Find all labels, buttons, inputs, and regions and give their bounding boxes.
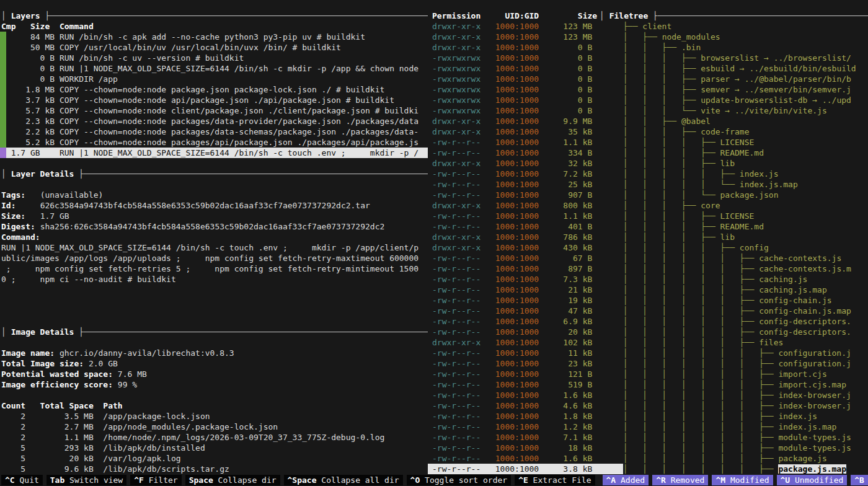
filetree-node[interactable]: index.js [740, 169, 779, 179]
layer-row[interactable]: 5.2 kB COPY --chown=node:node packages/a… [0, 137, 428, 148]
file-row[interactable]: drwxr-xr-x 1000:1000 800 kB│ │ │ ├── cor… [428, 200, 868, 211]
file-row[interactable]: -rw-r--r-- 1000:1000 25 kB│ │ │ │ │ └── … [428, 179, 868, 190]
filetree-node[interactable]: cache-contexts.js.m [759, 264, 851, 273]
filetree-node[interactable]: package.js.map [778, 464, 846, 474]
wasted-space-row[interactable]: 5 20 kB /var/log/apk.log [0, 453, 428, 464]
filetree-node[interactable]: lib [720, 232, 735, 242]
file-row[interactable]: -rw-r--r-- 1000:1000 7.2 kB│ │ │ │ │ ├──… [428, 169, 868, 179]
layer-row[interactable]: 0 B WORKDIR /app [0, 74, 428, 84]
filetree-node[interactable]: import.cjs [778, 369, 826, 379]
filetree-node[interactable]: esbuild → ../esbuild/bin/esbuild [701, 64, 856, 73]
file-row[interactable]: -rwxrwxrwx 1000:1000 0 B│ │ │ ├── browse… [428, 53, 868, 63]
file-row[interactable]: -rwxrwxrwx 1000:1000 0 B│ │ │ └── vite →… [428, 105, 868, 116]
file-row[interactable]: -rwxrwxrwx 1000:1000 0 B│ │ │ ├── semver… [428, 84, 868, 95]
file-row[interactable]: -rw-r--r-- 1000:1000 897 B│ │ │ │ │ │ ├─… [428, 263, 868, 274]
status-shortcut[interactable]: ^F Filter [130, 475, 181, 485]
file-row[interactable]: -rwxrwxrwx 1000:1000 0 B│ │ │ ├── esbuil… [428, 63, 868, 74]
file-row[interactable]: -rw-r--r-- 1000:1000 11 kB│ │ │ │ │ │ │ … [428, 348, 868, 358]
filetree-node[interactable]: config [740, 243, 769, 252]
file-row[interactable]: -rw-r--r-- 1000:1000 121 B│ │ │ │ │ │ │ … [428, 369, 868, 379]
file-row[interactable]: -rw-r--r-- 1000:1000 7.3 kB│ │ │ │ │ │ ├… [428, 274, 868, 285]
wasted-space-row[interactable]: 2 2.7 MB /app/node_modules/.package-lock… [0, 422, 428, 432]
filetree-node[interactable]: import.cjs.map [778, 380, 846, 389]
file-row[interactable]: -rw-r--r-- 1000:1000 1.2 kB│ │ │ │ │ │ │… [428, 422, 868, 432]
file-row[interactable]: -rw-r--r-- 1000:1000 18 kB│ │ │ │ │ │ │ … [428, 443, 868, 453]
file-row[interactable]: drwxr-xr-x 1000:1000 123 MB│ ├── node_mo… [428, 32, 868, 42]
wasted-space-row[interactable]: 2 1.1 MB /home/node/.npm/_logs/2026-03-0… [0, 432, 428, 443]
filetree-node[interactable]: README.md [720, 222, 764, 231]
filetree-node[interactable]: code-frame [701, 127, 749, 136]
filetree-node[interactable]: parser → ../@babel/parser/bin/b [701, 74, 851, 84]
filetree-node[interactable]: config-descriptors. [759, 317, 851, 326]
file-row[interactable]: -rw-r--r-- 1000:1000 7.1 kB│ │ │ │ │ │ │… [428, 432, 868, 443]
file-row[interactable]: -rw-r--r-- 1000:1000 4.6 kB│ │ │ │ │ │ │… [428, 400, 868, 411]
filetree-node[interactable]: LICENSE [720, 211, 755, 221]
file-row[interactable]: -rw-r--r-- 1000:1000 1.1 kB│ │ │ │ ├── L… [428, 211, 868, 221]
wasted-space-row[interactable]: 2 3.5 MB /app/package-lock.json [0, 411, 428, 422]
status-shortcut[interactable]: Space Collapse dir [185, 475, 280, 485]
status-shortcut[interactable]: ^R Removed [652, 475, 708, 485]
filetree-node[interactable]: module-types.js [778, 433, 851, 442]
filetree-node[interactable]: cache-contexts.js [759, 254, 841, 263]
file-row[interactable]: -rw-r--r-- 1000:1000 334 B│ │ │ │ ├── RE… [428, 148, 868, 158]
layer-row[interactable]: 84 MB RUN /bin/sh -c apk add --no-cache … [0, 32, 428, 42]
filetree-node[interactable]: .bin [681, 43, 701, 52]
filetree-node[interactable]: index-browser.j [778, 391, 851, 400]
file-row[interactable]: -rw-r--r-- 1000:1000 907 B│ │ │ │ └── pa… [428, 190, 868, 200]
file-row[interactable]: -rw-r--r-- 1000:1000 19 kB│ │ │ │ │ │ ├─… [428, 295, 868, 306]
file-row[interactable]: -rw-r--r-- 1000:1000 1.6 kB│ │ │ │ │ │ │… [428, 453, 868, 464]
file-row[interactable]: drwxr-xr-x 1000:1000 9.9 MB│ │ ├── @babe… [428, 116, 868, 126]
filetree-node[interactable]: @babel [681, 117, 711, 126]
status-shortcut[interactable]: ^O Toggle sort order [407, 475, 512, 485]
file-row[interactable]: -rw-r--r-- 1000:1000 23 kB│ │ │ │ │ │ │ … [428, 358, 868, 369]
status-shortcut[interactable]: ^U Unmodified [777, 475, 848, 485]
filetree-node[interactable]: node_modules [662, 32, 720, 42]
filetree-node[interactable]: package.json [720, 190, 779, 200]
filetree-node[interactable]: index-browser.j [778, 401, 851, 410]
status-shortcut[interactable]: ^C Quit [1, 475, 43, 485]
layer-row[interactable]: 2.2 kB COPY --chown=node:node packages/d… [0, 126, 428, 137]
layer-row[interactable]: 50 MB COPY /usr/local/bin/uv /usr/local/… [0, 42, 428, 53]
filetree-node[interactable]: LICENSE [720, 138, 755, 147]
filetree-node[interactable]: package.js [778, 454, 826, 463]
filetree-node[interactable]: core [701, 201, 720, 210]
filetree-node[interactable]: files [759, 338, 783, 347]
file-row[interactable]: -rw-r--r-- 1000:1000 519 B│ │ │ │ │ │ │ … [428, 379, 868, 390]
filetree-node[interactable]: config-chain.js [759, 296, 831, 305]
file-row[interactable]: drwxr-xr-x 1000:1000 102 kB│ │ │ │ │ │ ├… [428, 337, 868, 348]
filetree-node[interactable]: index.js.map [740, 180, 798, 189]
file-row[interactable]: -rw-r--r-- 1000:1000 21 kB│ │ │ │ │ │ ├─… [428, 285, 868, 295]
filetree-node[interactable]: configuration.j [778, 348, 851, 358]
file-row[interactable]: drwxr-xr-x 1000:1000 0 B│ │ ├── .bin [428, 42, 868, 53]
status-shortcut[interactable]: ^E Extract File [515, 475, 595, 485]
status-shortcut[interactable]: ^Space Collapse all dir [284, 475, 403, 485]
filetree-node[interactable]: README.md [720, 148, 764, 157]
file-row[interactable]: -rwxrwxrwx 1000:1000 0 B│ │ │ ├── update… [428, 95, 868, 105]
layer-row[interactable]: 0 B RUN |1 NODE_MAX_OLD_SPACE_SIZE=6144 … [0, 63, 428, 74]
file-row[interactable]: -rw-r--r-- 1000:1000 1.8 kB│ │ │ │ │ │ │… [428, 411, 868, 422]
file-row[interactable]: -rw-r--r-- 1000:1000 67 B│ │ │ │ │ │ ├──… [428, 253, 868, 263]
filetree-node[interactable]: client [642, 22, 671, 31]
file-row[interactable]: -rwxrwxrwx 1000:1000 0 B│ │ │ ├── parser… [428, 74, 868, 84]
wasted-space-row[interactable]: 5 293 kB /lib/apk/db/installed [0, 443, 428, 453]
layer-row[interactable]: 5.7 kB COPY --chown=node:node client/pac… [0, 105, 428, 116]
status-shortcut[interactable]: ^B [851, 475, 868, 485]
filetree-node[interactable]: caching.js.map [759, 285, 827, 294]
status-shortcut[interactable]: ^M Modified [712, 475, 773, 485]
filetree-node[interactable]: module-types.js [778, 443, 851, 453]
status-shortcut[interactable]: ^A Added [603, 475, 649, 485]
layer-row[interactable]: 1.8 MB COPY --chown=node:node package.js… [0, 84, 428, 95]
filetree-node[interactable]: semver → ../semver/bin/semver.j [701, 85, 851, 94]
filetree-node[interactable]: index.js.map [778, 422, 836, 431]
status-shortcut[interactable]: Tab Switch view [46, 475, 126, 485]
file-row[interactable]: drwxr-xr-x 1000:1000 32 kB│ │ │ │ ├── li… [428, 158, 868, 169]
file-row[interactable]: drwxr-xr-x 1000:1000 786 kB│ │ │ │ ├── l… [428, 232, 868, 242]
filetree-node[interactable]: vite → ../vite/bin/vite.js [701, 106, 827, 115]
layer-row[interactable]: 2.3 kB COPY --chown=node:node packages/d… [0, 116, 428, 126]
file-row[interactable]: -rw-r--r-- 1000:1000 3.8 kB│ │ │ │ │ │ │… [428, 464, 868, 474]
file-row[interactable]: -rw-r--r-- 1000:1000 47 kB│ │ │ │ │ │ ├─… [428, 306, 868, 316]
filetree-node[interactable]: caching.js [759, 275, 807, 284]
filetree-node[interactable]: index.js [778, 412, 817, 421]
layer-row[interactable]: 1.7 GB RUN |1 NODE_MAX_OLD_SPACE_SIZE=61… [0, 148, 428, 158]
file-row[interactable]: -rw-r--r-- 1000:1000 1.1 kB│ │ │ │ ├── L… [428, 137, 868, 148]
